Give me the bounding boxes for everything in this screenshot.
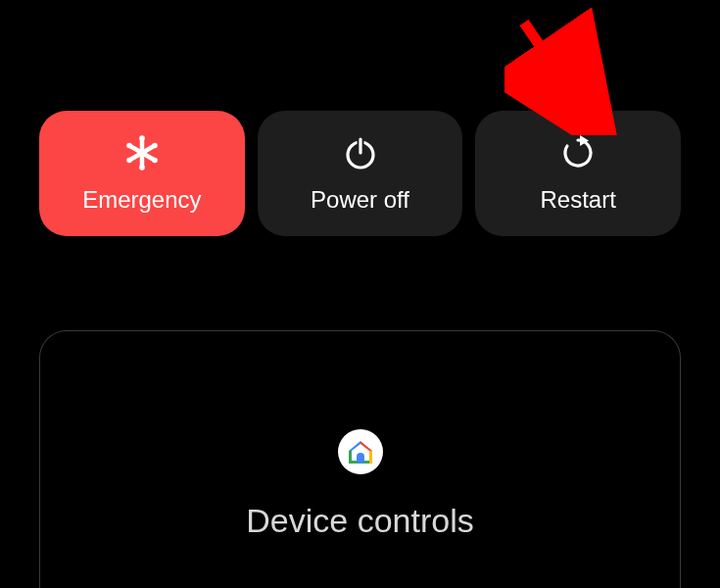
device-controls-title: Device controls: [246, 502, 473, 540]
svg-point-7: [126, 158, 132, 164]
svg-point-3: [139, 135, 145, 141]
power-off-button[interactable]: Power off: [258, 111, 463, 236]
emergency-button[interactable]: Emergency: [39, 111, 245, 236]
device-controls-panel[interactable]: Device controls: [39, 330, 681, 588]
svg-rect-13: [357, 453, 364, 464]
svg-point-5: [126, 143, 132, 149]
svg-point-6: [152, 158, 158, 164]
svg-point-4: [139, 165, 145, 171]
restart-button[interactable]: Restart: [475, 111, 681, 236]
power-off-label: Power off: [311, 186, 409, 214]
medical-asterisk-icon: [122, 133, 162, 172]
svg-point-8: [152, 143, 158, 149]
power-menu-row: Emergency Power off Restart: [0, 0, 720, 236]
power-icon: [342, 133, 379, 172]
emergency-label: Emergency: [82, 186, 201, 214]
google-home-icon: [338, 429, 383, 474]
restart-icon: [560, 133, 596, 172]
restart-label: Restart: [541, 186, 616, 214]
